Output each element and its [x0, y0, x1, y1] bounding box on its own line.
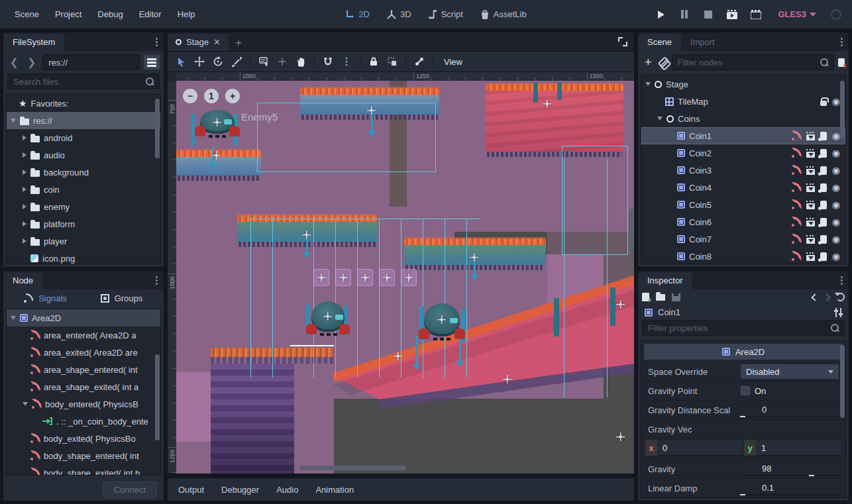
signal-item[interactable]: body_shape_exited( int b [7, 464, 160, 476]
history-forward-button[interactable] [823, 293, 830, 301]
object-history-button[interactable] [836, 293, 845, 301]
chevron-down-icon[interactable] [23, 402, 28, 406]
scene-tree-node[interactable]: Coin8◉ [641, 248, 845, 264]
scene-tree-node[interactable]: Coin7◉ [641, 230, 845, 248]
menu-editor[interactable]: Editor [131, 5, 170, 23]
node-gizmo-crosshair[interactable] [302, 230, 311, 239]
property-spin-field[interactable]: 0 [741, 403, 839, 417]
script-icon[interactable] [820, 201, 827, 209]
inspector-scrollbar[interactable] [840, 345, 845, 418]
eye-icon[interactable]: ◉ [832, 149, 840, 158]
filter-properties-input[interactable]: Filter properties [642, 320, 845, 336]
signal-item[interactable]: body_shape_entered( int [7, 447, 160, 464]
property-spin-field[interactable]: 98 [741, 462, 839, 476]
script-icon[interactable] [820, 149, 827, 158]
tab-debugger[interactable]: Debugger [221, 485, 259, 495]
stop-button[interactable] [701, 7, 716, 22]
scene-tree-node[interactable]: Coin4◉ [641, 179, 845, 196]
workspace-3d-button[interactable]: 3D [387, 9, 411, 19]
chevron-right-icon[interactable] [23, 135, 27, 140]
enemy-sprite[interactable] [196, 110, 239, 138]
filesystem-scrollbar[interactable] [155, 99, 160, 158]
menu-project[interactable]: Project [47, 5, 89, 23]
node-gizmo-crosshair[interactable] [543, 99, 551, 108]
vector-x-field[interactable]: x0 [645, 440, 743, 456]
renderer-dropdown[interactable]: GLES3 [778, 9, 816, 19]
pan-tool-button[interactable] [293, 54, 309, 70]
scene-tree-node[interactable]: Coin3◉ [641, 162, 845, 179]
scene-tree-node[interactable]: Coin6◉ [641, 213, 845, 230]
coin-node[interactable] [379, 269, 395, 286]
tab-import[interactable]: Import [681, 34, 724, 51]
filter-nodes-input[interactable]: Filter nodes [672, 54, 834, 70]
smart-snap-button[interactable] [320, 54, 336, 70]
eye-icon[interactable]: ◉ [832, 166, 840, 175]
signal-icon[interactable] [792, 166, 801, 175]
view-menu[interactable]: View [439, 57, 468, 67]
signal-icon[interactable] [792, 149, 801, 158]
move-gizmo-arrow[interactable] [368, 111, 376, 141]
signal-item[interactable]: Area2D [7, 309, 160, 327]
coin-node[interactable] [357, 269, 373, 286]
panel-menu-icon[interactable] [156, 276, 158, 285]
group-icon[interactable] [806, 134, 815, 140]
display-mode-button[interactable] [144, 55, 160, 70]
scene-tree-node[interactable]: Coins [641, 110, 845, 127]
property-dropdown[interactable]: Disabled [741, 364, 839, 379]
chevron-down-icon[interactable] [645, 82, 651, 86]
signal-item[interactable]: body_exited( PhysicsBo [7, 430, 160, 447]
workspace-assetlib-button[interactable]: AssetLib [480, 9, 527, 19]
node-gizmo-crosshair[interactable] [470, 253, 478, 262]
tab-stage-scene[interactable]: Stage ✕ [168, 34, 229, 51]
lock-button[interactable] [366, 54, 382, 70]
chevron-right-icon[interactable] [23, 152, 27, 158]
script-icon[interactable] [820, 252, 827, 261]
signals-scrollbar[interactable] [155, 354, 160, 440]
slider-grabber[interactable] [740, 494, 745, 495]
enemy-sprite[interactable] [420, 303, 464, 340]
canvas-vscrollbar[interactable] [629, 209, 633, 250]
filesystem-item[interactable]: icon.png [7, 250, 160, 264]
tab-scene[interactable]: Scene [638, 34, 681, 51]
chevron-right-icon[interactable] [23, 170, 27, 175]
property-checkbox[interactable] [741, 386, 750, 395]
signal-icon[interactable] [792, 235, 801, 244]
filesystem-item[interactable]: enemy [7, 198, 160, 215]
group-button[interactable] [384, 54, 400, 70]
filesystem-item[interactable]: res:// [7, 112, 160, 129]
signal-item[interactable]: area_shape_entered( int [7, 361, 160, 378]
chevron-right-icon[interactable] [23, 238, 27, 244]
object-tools-button[interactable] [834, 308, 842, 317]
slider-grabber[interactable] [740, 416, 745, 417]
signal-item[interactable]: area_shape_exited( int a [7, 378, 160, 395]
tab-filesystem[interactable]: FileSystem [3, 34, 64, 51]
signal-item[interactable]: . :: _on_coin_body_ente [7, 413, 160, 430]
filesystem-tree[interactable]: ★Favorites:res://androidaudiobackgroundc… [6, 94, 161, 264]
coin-node[interactable] [401, 269, 417, 286]
play-button[interactable] [653, 7, 668, 22]
panel-menu-icon[interactable] [841, 38, 843, 47]
distraction-free-icon[interactable] [618, 37, 627, 46]
scale-tool-button[interactable] [229, 54, 244, 70]
play-custom-scene-button[interactable] [749, 7, 763, 22]
script-icon[interactable] [820, 218, 827, 227]
scene-tree[interactable]: StageTileMap◉CoinsCoin1◉Coin2◉Coin3◉Coin… [641, 75, 846, 264]
node-gizmo-crosshair[interactable] [212, 151, 221, 160]
zoom-in-button[interactable]: + [225, 89, 240, 103]
script-icon[interactable] [820, 183, 827, 192]
chevron-right-icon[interactable] [23, 187, 27, 192]
tab-animation[interactable]: Animation [315, 485, 354, 495]
zoom-reset-button[interactable]: 1 [204, 89, 219, 103]
node-gizmo-crosshair[interactable] [394, 352, 402, 360]
scene-tree-node[interactable]: Coin1◉ [641, 127, 845, 144]
eye-icon[interactable]: ◉ [832, 183, 840, 192]
filesystem-item[interactable]: platform [7, 215, 160, 232]
signal-icon[interactable] [792, 218, 801, 227]
enemy-sprite[interactable] [307, 301, 348, 336]
coin-node[interactable] [335, 269, 351, 286]
add-node-button[interactable]: + [642, 56, 655, 70]
signal-icon[interactable] [792, 132, 801, 140]
new-resource-button[interactable] [642, 293, 649, 301]
node-gizmo-crosshair[interactable] [367, 106, 376, 115]
chevron-down-icon[interactable] [11, 119, 16, 123]
